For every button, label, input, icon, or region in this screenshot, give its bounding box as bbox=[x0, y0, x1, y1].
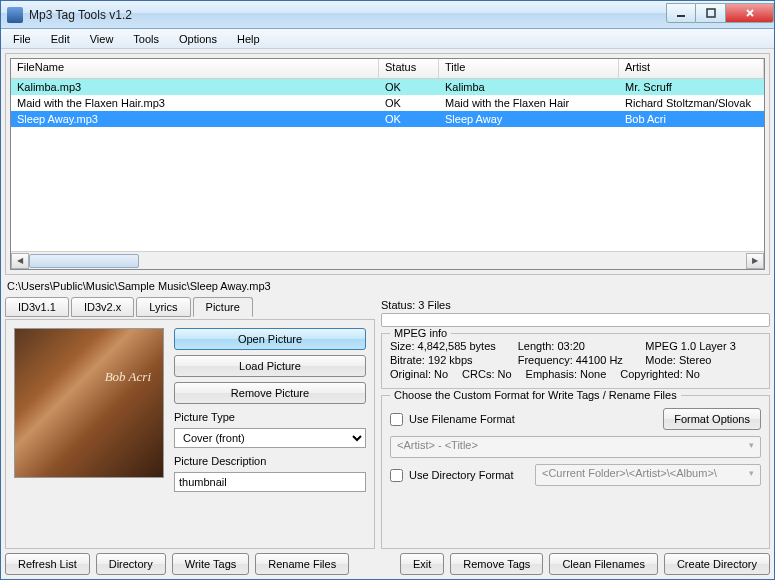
mpeg-crcs: CRCs: No bbox=[462, 368, 512, 380]
refresh-list-button[interactable]: Refresh List bbox=[5, 553, 90, 575]
titlebar[interactable]: Mp3 Tag Tools v1.2 bbox=[1, 1, 774, 29]
progress-bar bbox=[381, 313, 770, 327]
table-row-selected[interactable]: Sleep Away.mp3 OK Sleep Away Bob Acri bbox=[11, 111, 764, 127]
window-title: Mp3 Tag Tools v1.2 bbox=[29, 8, 666, 22]
use-filename-label: Use Filename Format bbox=[409, 413, 657, 425]
file-path: C:\Users\Public\Music\Sample Music\Sleep… bbox=[5, 277, 770, 295]
mpeg-bitrate: Bitrate: 192 kbps bbox=[390, 354, 506, 366]
format-legend: Choose the Custom Format for Write Tags … bbox=[390, 389, 681, 401]
table-row[interactable]: Kalimba.mp3 OK Kalimba Mr. Scruff bbox=[11, 79, 764, 95]
col-artist[interactable]: Artist bbox=[619, 59, 764, 78]
app-icon bbox=[7, 7, 23, 23]
mpeg-length: Length: 03:20 bbox=[518, 340, 634, 352]
file-table[interactable]: FileName Status Title Artist Kalimba.mp3… bbox=[10, 58, 765, 270]
mpeg-original: Original: No bbox=[390, 368, 448, 380]
directory-format-combo[interactable]: <Current Folder>\<Artist>\<Album>\ bbox=[535, 464, 761, 486]
mpeg-copyright: Copyrighted: No bbox=[620, 368, 700, 380]
tab-picture[interactable]: Picture bbox=[193, 297, 253, 317]
use-directory-label: Use Directory Format bbox=[409, 469, 529, 481]
use-directory-checkbox[interactable] bbox=[390, 469, 403, 482]
picture-type-select[interactable]: Cover (front) bbox=[174, 428, 366, 448]
mpeg-mode: Mode: Stereo bbox=[645, 354, 761, 366]
use-filename-checkbox[interactable] bbox=[390, 413, 403, 426]
clean-filenames-button[interactable]: Clean Filenames bbox=[549, 553, 658, 575]
minimize-button[interactable] bbox=[666, 3, 696, 23]
menu-edit[interactable]: Edit bbox=[41, 31, 80, 47]
svg-rect-1 bbox=[707, 9, 715, 17]
menu-help[interactable]: Help bbox=[227, 31, 270, 47]
load-picture-button[interactable]: Load Picture bbox=[174, 355, 366, 377]
menu-options[interactable]: Options bbox=[169, 31, 227, 47]
mpeg-size: Size: 4,842,585 bytes bbox=[390, 340, 506, 352]
scroll-left-icon[interactable]: ◀ bbox=[11, 253, 29, 269]
directory-button[interactable]: Directory bbox=[96, 553, 166, 575]
menu-file[interactable]: File bbox=[3, 31, 41, 47]
remove-picture-button[interactable]: Remove Picture bbox=[174, 382, 366, 404]
picture-desc-label: Picture Description bbox=[174, 455, 366, 467]
remove-tags-button[interactable]: Remove Tags bbox=[450, 553, 543, 575]
h-scrollbar[interactable]: ◀ ▶ bbox=[11, 251, 764, 269]
menubar: File Edit View Tools Options Help bbox=[1, 29, 774, 49]
mpeg-freq: Frequency: 44100 Hz bbox=[518, 354, 634, 366]
maximize-button[interactable] bbox=[696, 3, 726, 23]
app-window: Mp3 Tag Tools v1.2 File Edit View Tools … bbox=[0, 0, 775, 580]
table-row[interactable]: Maid with the Flaxen Hair.mp3 OK Maid wi… bbox=[11, 95, 764, 111]
tab-id3v11[interactable]: ID3v1.1 bbox=[5, 297, 69, 317]
tab-lyrics[interactable]: Lyrics bbox=[136, 297, 190, 317]
col-status[interactable]: Status bbox=[379, 59, 439, 78]
tab-id3v2x[interactable]: ID3v2.x bbox=[71, 297, 134, 317]
status-label: Status: 3 Files bbox=[381, 297, 770, 313]
write-tags-button[interactable]: Write Tags bbox=[172, 553, 250, 575]
scroll-thumb[interactable] bbox=[29, 254, 139, 268]
album-art-preview bbox=[14, 328, 164, 478]
mpeg-legend: MPEG info bbox=[390, 327, 451, 339]
menu-tools[interactable]: Tools bbox=[123, 31, 169, 47]
col-title[interactable]: Title bbox=[439, 59, 619, 78]
col-filename[interactable]: FileName bbox=[11, 59, 379, 78]
scroll-right-icon[interactable]: ▶ bbox=[746, 253, 764, 269]
close-button[interactable] bbox=[726, 3, 774, 23]
picture-type-label: Picture Type bbox=[174, 411, 366, 423]
format-options-button[interactable]: Format Options bbox=[663, 408, 761, 430]
rename-files-button[interactable]: Rename Files bbox=[255, 553, 349, 575]
filename-format-combo[interactable]: <Artist> - <Title> bbox=[390, 436, 761, 458]
open-picture-button[interactable]: Open Picture bbox=[174, 328, 366, 350]
picture-desc-input[interactable] bbox=[174, 472, 366, 492]
exit-button[interactable]: Exit bbox=[400, 553, 444, 575]
menu-view[interactable]: View bbox=[80, 31, 124, 47]
mpeg-emphasis: Emphasis: None bbox=[526, 368, 607, 380]
mpeg-layer: MPEG 1.0 Layer 3 bbox=[645, 340, 761, 352]
create-directory-button[interactable]: Create Directory bbox=[664, 553, 770, 575]
svg-rect-0 bbox=[677, 15, 685, 17]
